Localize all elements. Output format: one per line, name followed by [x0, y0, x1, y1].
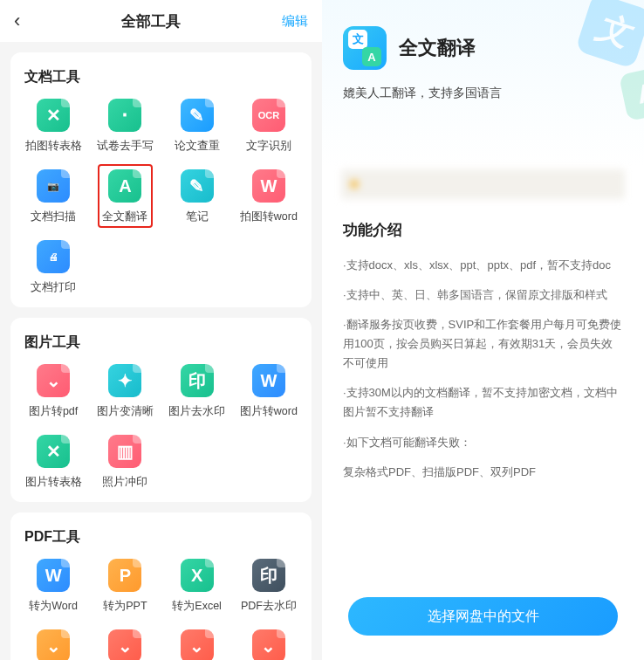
- description-line: ·支持docx、xls、xlsx、ppt、pptx、pdf，暂不支持doc: [343, 256, 623, 275]
- hero-decor: 文 A: [539, 0, 644, 122]
- tool-icon: 印: [252, 559, 285, 592]
- feature-description: 功能介绍 ·支持docx、xls、xlsx、ppt、pptx、pdf，暂不支持d…: [322, 199, 644, 503]
- tool-icon: ⌄: [37, 364, 70, 397]
- tool-icon: 印: [181, 364, 214, 397]
- tool-icon: ✎: [181, 99, 214, 132]
- tool-label: 拍图转表格: [25, 139, 82, 154]
- tool-label: 论文查重: [175, 139, 220, 154]
- tool-icon: OCR: [252, 99, 285, 132]
- feature-title: 全文翻译: [399, 35, 476, 61]
- tool-item[interactable]: ✎论文查重: [163, 99, 231, 154]
- edit-button[interactable]: 编辑: [282, 13, 308, 30]
- tool-item[interactable]: 印图片去水印: [163, 364, 231, 419]
- tool-item[interactable]: A全文翻译: [91, 169, 159, 224]
- tool-icon: W: [252, 169, 285, 203]
- tool-sections: 文档工具✕拍图转表格･试卷去手写✎论文查重OCR文字识别📷文档扫描A全文翻译✎笔…: [0, 42, 322, 660]
- tool-label: 文档扫描: [31, 210, 76, 224]
- tool-icon: ⌄: [181, 629, 214, 660]
- tool-item[interactable]: W拍图转word: [235, 169, 303, 224]
- tool-label: 转为Excel: [172, 599, 222, 614]
- tool-label: 照片冲印: [102, 475, 147, 490]
- tool-label: 图片转word: [240, 404, 298, 419]
- tool-icon: ⌄: [252, 629, 285, 660]
- tool-item[interactable]: ✕图片转表格: [19, 435, 87, 490]
- tool-label: PDF去水印: [241, 599, 297, 614]
- section-title: PDF工具: [24, 528, 303, 547]
- tool-item[interactable]: 🖨文档打印: [19, 240, 87, 295]
- tool-label: 全文翻译: [102, 210, 147, 224]
- tool-item[interactable]: ⌄: [235, 629, 303, 660]
- section-heading: 功能介绍: [343, 218, 623, 244]
- translate-detail-screen: 文 A 全文翻译 媲美人工翻译，支持多国语言 功能介绍 ·支持docx、xls、…: [322, 0, 644, 660]
- tool-icon: W: [252, 364, 285, 397]
- tool-icon: X: [181, 559, 214, 592]
- tool-label: 转为Word: [29, 599, 78, 614]
- tool-icon: ⌄: [108, 629, 141, 660]
- tool-icon: A: [108, 169, 141, 203]
- description-line: ·支持中、英、日、韩多国语言，保留原文排版和样式: [343, 285, 623, 305]
- tool-label: 笔记: [186, 210, 209, 224]
- tool-label: 转为PPT: [103, 599, 147, 614]
- tool-section: PDF工具W转为WordP转为PPTX转为Excel印PDF去水印⌄⌄⌄⌄: [10, 512, 312, 660]
- back-icon[interactable]: ‹: [14, 10, 20, 32]
- tool-item[interactable]: W转为Word: [19, 559, 87, 614]
- tool-item[interactable]: P转为PPT: [91, 559, 159, 614]
- hero: 文 A 全文翻译 媲美人工翻译，支持多国语言: [322, 0, 644, 166]
- tool-icon: ✦: [108, 364, 141, 397]
- description-line: ·支持30M以内的文档翻译，暂不支持加密文档，文档中图片暂不支持翻译: [343, 383, 623, 422]
- section-title: 文档工具: [24, 68, 303, 86]
- tool-icon: P: [108, 559, 141, 592]
- tool-icon: 🖨: [37, 240, 70, 273]
- description-line: 复杂格式PDF、扫描版PDF、双列PDF: [343, 463, 623, 482]
- tool-icon: ✎: [181, 169, 214, 203]
- decor-letter-icon: A: [619, 65, 644, 121]
- translate-icon: [343, 26, 387, 70]
- tool-label: 图片去水印: [168, 404, 225, 419]
- tool-item[interactable]: W图片转word: [235, 364, 303, 419]
- tool-icon: ✕: [37, 99, 70, 132]
- blurred-banner: [341, 169, 625, 199]
- select-file-button[interactable]: 选择网盘中的文件: [348, 597, 618, 636]
- tool-icon: W: [37, 559, 70, 592]
- tool-icon: ･: [108, 99, 141, 132]
- tool-item[interactable]: ▥照片冲印: [91, 435, 159, 490]
- tool-section: 图片工具⌄图片转pdf✦图片变清晰印图片去水印W图片转word✕图片转表格▥照片…: [10, 318, 312, 502]
- tool-item[interactable]: ･试卷去手写: [91, 99, 159, 154]
- decor-letter-icon: 文: [575, 0, 644, 69]
- tool-item[interactable]: ✎笔记: [163, 169, 231, 224]
- tool-item[interactable]: ⌄: [19, 629, 87, 660]
- all-tools-screen: ‹ 全部工具 编辑 文档工具✕拍图转表格･试卷去手写✎论文查重OCR文字识别📷文…: [0, 0, 322, 660]
- page-title: 全部工具: [121, 11, 181, 31]
- tool-label: 文档打印: [31, 280, 76, 295]
- tool-item[interactable]: 印PDF去水印: [235, 559, 303, 614]
- section-title: 图片工具: [24, 333, 303, 352]
- tool-item[interactable]: 📷文档扫描: [19, 169, 87, 224]
- header: ‹ 全部工具 编辑: [0, 0, 322, 42]
- tool-icon: 📷: [37, 169, 70, 203]
- description-line: ·如下文档可能翻译失败：: [343, 433, 623, 452]
- tool-item[interactable]: ✕拍图转表格: [19, 99, 87, 154]
- tool-item[interactable]: ⌄图片转pdf: [19, 364, 87, 419]
- description-line: ·翻译服务按页收费，SVIP和工作套餐用户每月可免费使用100页，按会员购买日算…: [343, 315, 623, 373]
- tool-icon: ⌄: [37, 629, 70, 660]
- tool-item[interactable]: ⌄: [163, 629, 231, 660]
- tool-item[interactable]: OCR文字识别: [235, 99, 303, 154]
- tool-icon: ▥: [108, 435, 141, 468]
- tool-icon: ✕: [37, 435, 70, 468]
- tool-label: 图片变清晰: [97, 404, 154, 419]
- tool-label: 文字识别: [246, 139, 291, 154]
- tool-label: 图片转表格: [25, 475, 82, 490]
- tool-item[interactable]: ⌄: [91, 629, 159, 660]
- tool-label: 图片转pdf: [29, 404, 78, 419]
- tool-section: 文档工具✕拍图转表格･试卷去手写✎论文查重OCR文字识别📷文档扫描A全文翻译✎笔…: [10, 52, 312, 307]
- tool-label: 试卷去手写: [97, 139, 154, 154]
- tool-label: 拍图转word: [240, 210, 298, 224]
- footer: 选择网盘中的文件: [322, 581, 644, 660]
- tool-item[interactable]: X转为Excel: [163, 559, 231, 614]
- tool-item[interactable]: ✦图片变清晰: [91, 364, 159, 419]
